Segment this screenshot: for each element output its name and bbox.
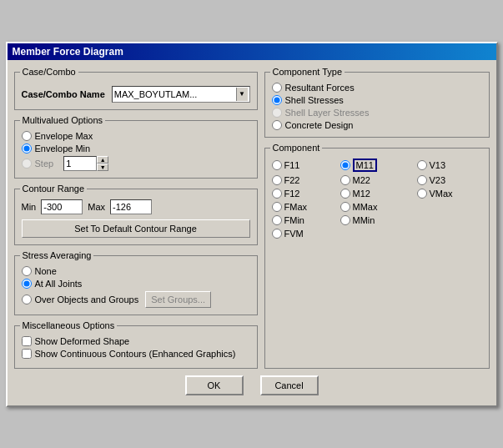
step-input[interactable]: [63, 156, 97, 171]
fmin-label: FMin: [284, 215, 304, 225]
fmax-option[interactable]: FMax: [272, 202, 339, 212]
fvm-label: FVM: [284, 229, 304, 239]
concrete-design-option[interactable]: Concrete Design: [272, 120, 482, 130]
stress-over-objects-label: Over Objects and Groups: [35, 294, 139, 305]
shell-stresses-option[interactable]: Shell Stresses: [272, 95, 482, 105]
stress-none-option[interactable]: None: [22, 266, 250, 276]
mmin-label: MMin: [353, 215, 375, 225]
shell-stresses-radio[interactable]: [272, 95, 282, 105]
stress-all-joints-radio[interactable]: [22, 279, 32, 289]
m12-option[interactable]: M12: [340, 189, 415, 199]
member-force-dialog: Member Force Diagram Case/Combo Case/Com…: [6, 42, 498, 407]
f11-option[interactable]: F11: [272, 159, 339, 172]
set-default-contour-button[interactable]: Set To Default Contour Range: [22, 219, 250, 238]
combo-dropdown-arrow[interactable]: ▼: [236, 88, 248, 101]
multivalued-group: Multivalued Options Envelope Max Envelop…: [14, 120, 258, 179]
fmin-radio[interactable]: [272, 215, 282, 225]
v23-label: V23: [430, 175, 446, 185]
m22-option[interactable]: M22: [340, 175, 415, 185]
shell-layer-radio[interactable]: [272, 108, 282, 118]
envelope-max-label: Envelope Max: [35, 131, 93, 141]
shell-layer-option[interactable]: Shell Layer Stresses: [272, 108, 482, 118]
case-combo-group: Case/Combo Case/Combo Name MAX_BOYUTLAM.…: [14, 72, 258, 110]
m22-radio[interactable]: [340, 175, 350, 185]
multivalued-legend: Multivalued Options: [20, 115, 106, 125]
fvm-option[interactable]: FVM: [272, 229, 339, 239]
m11-option[interactable]: M11: [340, 159, 415, 172]
v23-radio[interactable]: [417, 175, 427, 185]
mmax-option[interactable]: MMax: [340, 202, 415, 212]
m11-radio[interactable]: [340, 160, 350, 170]
show-contours-label: Show Continuous Contours (Enhanced Graph…: [35, 349, 236, 359]
vmax-label: VMax: [430, 189, 453, 199]
dialog-title: Member Force Diagram: [13, 46, 123, 58]
stress-all-joints-option[interactable]: At All Joints: [22, 279, 250, 289]
stress-all-joints-label: At All Joints: [35, 279, 83, 289]
min-label: Min: [22, 202, 37, 212]
contour-range-group: Contour Range Min Max Set To Default Con…: [14, 189, 258, 245]
mmax-radio[interactable]: [340, 202, 350, 212]
show-contours-checkbox[interactable]: [22, 349, 32, 359]
stress-averaging-group: Stress Averaging None At All Joints: [14, 255, 258, 315]
resultant-forces-option[interactable]: Resultant Forces: [272, 83, 482, 93]
fmin-option[interactable]: FMin: [272, 215, 339, 225]
f11-label: F11: [284, 160, 300, 170]
show-deformed-checkbox[interactable]: [22, 336, 32, 346]
set-groups-button[interactable]: Set Groups...: [145, 291, 211, 308]
show-deformed-label: Show Deformed Shape: [35, 336, 130, 346]
f22-option[interactable]: F22: [272, 175, 339, 185]
title-bar: Member Force Diagram: [8, 43, 496, 60]
contour-min-input[interactable]: [41, 199, 83, 214]
v23-option[interactable]: V23: [417, 175, 484, 185]
f12-label: F12: [284, 189, 300, 199]
shell-layer-label: Shell Layer Stresses: [285, 108, 370, 118]
component-type-group: Component Type Resultant Forces Shell St…: [264, 72, 490, 138]
spin-down-button[interactable]: ▼: [97, 164, 108, 171]
stress-none-radio[interactable]: [22, 266, 32, 276]
step-label: Step: [35, 159, 54, 169]
fmax-label: FMax: [284, 202, 308, 212]
fmax-radio[interactable]: [272, 202, 282, 212]
f12-radio[interactable]: [272, 189, 282, 199]
contour-max-input[interactable]: [110, 199, 152, 214]
combo-value: MAX_BOYUTLAM...: [114, 89, 198, 99]
envelope-max-radio[interactable]: [22, 131, 32, 141]
vmax-option[interactable]: VMax: [417, 189, 484, 199]
misc-options-legend: Miscellaneous Options: [20, 320, 118, 330]
concrete-design-radio[interactable]: [272, 120, 282, 130]
stress-over-objects-radio[interactable]: [22, 294, 32, 305]
component-group: Component F11 M11 V13: [264, 148, 490, 369]
cancel-button[interactable]: Cancel: [260, 375, 319, 395]
f12-option[interactable]: F12: [272, 189, 339, 199]
stress-over-objects-option[interactable]: Over Objects and Groups: [22, 294, 139, 305]
ok-button[interactable]: OK: [185, 375, 244, 395]
resultant-forces-radio[interactable]: [272, 83, 282, 93]
spin-up-button[interactable]: ▲: [97, 156, 108, 164]
f22-label: F22: [284, 175, 300, 185]
step-option[interactable]: Step ▲ ▼: [22, 156, 250, 171]
v13-radio[interactable]: [417, 160, 427, 170]
mmin-option[interactable]: MMin: [340, 215, 415, 225]
v13-label: V13: [430, 160, 446, 170]
case-combo-select[interactable]: MAX_BOYUTLAM... ▼: [112, 86, 250, 103]
vmax-radio[interactable]: [417, 189, 427, 199]
f22-radio[interactable]: [272, 175, 282, 185]
stress-none-label: None: [35, 266, 57, 276]
m22-label: M22: [353, 175, 370, 185]
envelope-min-option[interactable]: Envelope Min: [22, 143, 250, 154]
case-combo-label: Case/Combo Name: [22, 89, 105, 99]
m12-radio[interactable]: [340, 189, 350, 199]
v13-option[interactable]: V13: [417, 159, 484, 172]
envelope-min-radio[interactable]: [22, 143, 32, 154]
show-contours-option[interactable]: Show Continuous Contours (Enhanced Graph…: [22, 349, 250, 359]
f11-radio[interactable]: [272, 160, 282, 170]
mmin-radio[interactable]: [340, 215, 350, 225]
show-deformed-option[interactable]: Show Deformed Shape: [22, 336, 250, 346]
step-radio[interactable]: [22, 159, 32, 169]
component-legend: Component: [270, 143, 323, 153]
resultant-forces-label: Resultant Forces: [285, 83, 355, 93]
shell-stresses-label: Shell Stresses: [285, 95, 344, 105]
envelope-max-option[interactable]: Envelope Max: [22, 131, 250, 141]
fvm-radio[interactable]: [272, 229, 282, 239]
misc-options-group: Miscellaneous Options Show Deformed Shap…: [14, 325, 258, 369]
